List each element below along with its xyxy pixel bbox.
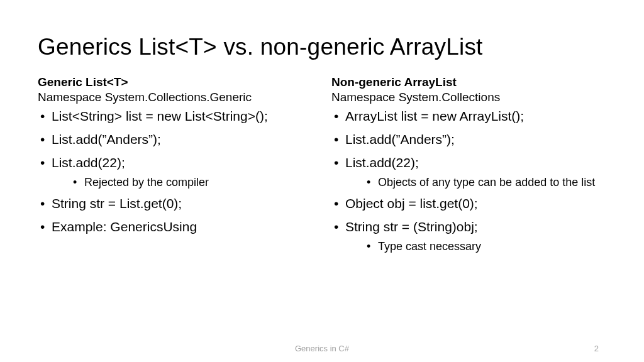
page-title: Generics List<T> vs. non-generic ArrayLi… xyxy=(38,34,606,60)
list-item-text: List<String> list = new List<String>(); xyxy=(52,109,268,123)
list-item: List.add(”Anders”); xyxy=(38,131,313,148)
list-item-text: String str = (String)obj; xyxy=(345,219,478,234)
left-heading: Generic List<T> xyxy=(38,75,313,89)
list-item-text: Object obj = list.get(0); xyxy=(345,196,478,211)
list-item: List.add(22); Rejected by the compiler xyxy=(38,155,313,189)
right-column: Non-generic ArrayList Namespace System.C… xyxy=(331,75,606,260)
list-item: Example: GenericsUsing xyxy=(38,219,313,236)
list-item-text: List.add(”Anders”); xyxy=(345,132,455,146)
list-item-text: Example: GenericsUsing xyxy=(52,219,197,234)
left-column: Generic List<T> Namespace System.Collect… xyxy=(38,75,313,260)
slide: Generics List<T> vs. non-generic ArrayLi… xyxy=(0,0,644,362)
list-item: List.add(”Anders”); xyxy=(331,131,606,148)
right-namespace: Namespace System.Collections xyxy=(331,90,606,104)
list-item: List.add(22); Objects of any type can be… xyxy=(331,155,606,189)
list-item-text: String str = List.get(0); xyxy=(52,196,182,211)
left-bullets: List<String> list = new List<String>(); … xyxy=(38,108,313,236)
list-item: String str = List.get(0); xyxy=(38,195,313,212)
columns: Generic List<T> Namespace System.Collect… xyxy=(38,75,606,260)
list-item-text: List.add(”Anders”); xyxy=(52,132,161,146)
footer: Generics in C# xyxy=(0,344,644,353)
sub-item: Rejected by the compiler xyxy=(73,175,313,190)
list-item: ArrayList list = new ArrayList(); xyxy=(331,108,606,125)
footer-text: Generics in C# xyxy=(295,344,349,353)
sub-bullets: Type cast necessary xyxy=(345,239,606,254)
list-item: String str = (String)obj; Type cast nece… xyxy=(331,219,606,253)
page-number: 2 xyxy=(594,344,599,353)
right-bullets: ArrayList list = new ArrayList(); List.a… xyxy=(331,108,606,253)
sub-item: Objects of any type can be added to the … xyxy=(367,175,606,190)
left-namespace: Namespace System.Collections.Generic xyxy=(38,90,313,104)
right-heading: Non-generic ArrayList xyxy=(331,75,606,89)
list-item-text: ArrayList list = new ArrayList(); xyxy=(345,109,524,123)
list-item: List<String> list = new List<String>(); xyxy=(38,108,313,125)
list-item: Object obj = list.get(0); xyxy=(331,195,606,212)
sub-bullets: Rejected by the compiler xyxy=(52,175,313,190)
sub-item: Type cast necessary xyxy=(367,239,606,254)
list-item-text: List.add(22); xyxy=(345,155,419,170)
list-item-text: List.add(22); xyxy=(52,155,125,170)
sub-bullets: Objects of any type can be added to the … xyxy=(345,175,606,190)
